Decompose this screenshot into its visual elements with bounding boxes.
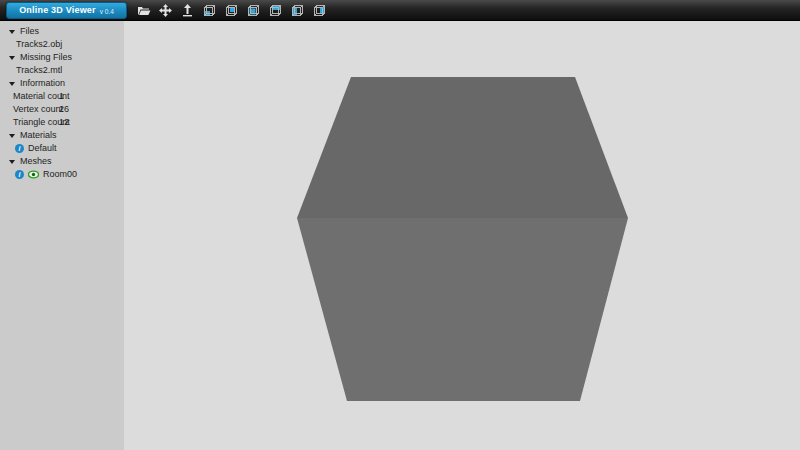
app-title-button[interactable]: Online 3D Viewer v 0.4: [6, 2, 127, 19]
set-up-direction-button[interactable]: [180, 3, 195, 18]
view-direction-6-button[interactable]: [312, 3, 327, 18]
collapse-arrow-icon: [9, 82, 15, 86]
group-files[interactable]: Files: [0, 25, 124, 38]
mesh-name[interactable]: Room00: [43, 168, 77, 181]
group-label: Information: [20, 77, 65, 90]
arrow-up-icon: [182, 4, 193, 17]
group-missing-files[interactable]: Missing Files: [0, 51, 124, 64]
info-label: Vertex count: [13, 103, 59, 116]
mesh-info-icon[interactable]: [15, 170, 24, 179]
viewport-3d-canvas[interactable]: [124, 21, 800, 450]
group-materials[interactable]: Materials: [0, 129, 124, 142]
missing-file-item: Tracks2.mtl: [0, 64, 124, 77]
sidebar-tree: Files Tracks2.obj Missing Files Tracks2.…: [0, 21, 124, 450]
cube-face-back-icon: [225, 4, 238, 17]
toolbar-buttons: [136, 3, 334, 18]
info-row-triangle-count: Triangle count 12: [0, 116, 124, 129]
info-row-vertex-count: Vertex count 26: [0, 103, 124, 116]
collapse-arrow-icon: [9, 30, 15, 34]
view-direction-2-button[interactable]: [224, 3, 239, 18]
group-label: Meshes: [20, 155, 52, 168]
collapse-arrow-icon: [9, 134, 15, 138]
mesh-3d: [124, 21, 800, 450]
group-label: Files: [20, 25, 39, 38]
group-label: Materials: [20, 129, 57, 142]
four-arrows-icon: [159, 4, 172, 17]
app-version: v 0.4: [100, 8, 114, 15]
material-info-icon[interactable]: [15, 144, 24, 153]
info-value: 12: [59, 116, 69, 129]
group-meshes[interactable]: Meshes: [0, 155, 124, 168]
mesh-item[interactable]: Room00: [0, 168, 124, 181]
visibility-eye-icon[interactable]: [28, 170, 39, 179]
view-direction-1-button[interactable]: [202, 3, 217, 18]
material-name[interactable]: Default: [28, 142, 57, 155]
open-file-button[interactable]: [136, 3, 151, 18]
collapse-arrow-icon: [9, 160, 15, 164]
folder-open-icon: [137, 5, 151, 16]
fit-to-window-button[interactable]: [158, 3, 173, 18]
cube-face-bottom-left-icon: [203, 4, 216, 17]
toolbar: Online 3D Viewer v 0.4: [0, 0, 800, 21]
file-name: Tracks2.obj: [16, 38, 62, 51]
app-title: Online 3D Viewer: [19, 5, 96, 15]
material-item[interactable]: Default: [0, 142, 124, 155]
collapse-arrow-icon: [9, 56, 15, 60]
cube-face-top-icon: [269, 4, 282, 17]
cube-face-left-icon: [291, 4, 304, 17]
info-label: Triangle count: [13, 116, 59, 129]
info-value: 1: [59, 90, 64, 103]
view-direction-4-button[interactable]: [268, 3, 283, 18]
info-label: Material count: [13, 90, 59, 103]
cube-face-right-icon: [313, 4, 326, 17]
group-information[interactable]: Information: [0, 77, 124, 90]
info-row-material-count: Material count 1: [0, 90, 124, 103]
file-name: Tracks2.mtl: [16, 64, 62, 77]
view-direction-5-button[interactable]: [290, 3, 305, 18]
online-3d-viewer-app: Online 3D Viewer v 0.4: [0, 0, 800, 450]
info-value: 26: [59, 103, 69, 116]
cube-face-front-icon: [247, 4, 260, 17]
group-label: Missing Files: [20, 51, 72, 64]
file-item: Tracks2.obj: [0, 38, 124, 51]
view-direction-3-button[interactable]: [246, 3, 261, 18]
